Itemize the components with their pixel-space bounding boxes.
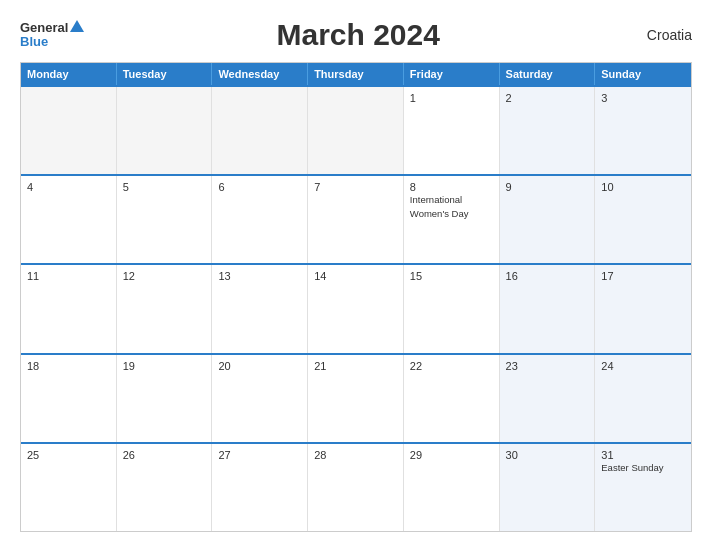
table-row: 20 (212, 355, 308, 442)
logo-blue-text: Blue (20, 35, 84, 49)
table-row: 5 (117, 176, 213, 263)
week-2: 4 5 6 7 8 International Women's Day 9 (21, 174, 691, 263)
table-row: 31 Easter Sunday (595, 444, 691, 531)
calendar-header: General Blue March 2024 Croatia (20, 18, 692, 52)
header-saturday: Saturday (500, 63, 596, 85)
table-row: 29 (404, 444, 500, 531)
table-row: 27 (212, 444, 308, 531)
table-row: 3 (595, 87, 691, 174)
calendar-days-header: Monday Tuesday Wednesday Thursday Friday… (21, 63, 691, 85)
table-row: 28 (308, 444, 404, 531)
table-row: 30 (500, 444, 596, 531)
header-tuesday: Tuesday (117, 63, 213, 85)
table-row: 10 (595, 176, 691, 263)
logo-triangle-icon (70, 20, 84, 32)
header-friday: Friday (404, 63, 500, 85)
table-row (117, 87, 213, 174)
table-row: 8 International Women's Day (404, 176, 500, 263)
table-row: 1 (404, 87, 500, 174)
calendar: Monday Tuesday Wednesday Thursday Friday… (20, 62, 692, 532)
header-thursday: Thursday (308, 63, 404, 85)
logo-general-text: General (20, 21, 68, 35)
header-wednesday: Wednesday (212, 63, 308, 85)
table-row: 21 (308, 355, 404, 442)
table-row: 2 (500, 87, 596, 174)
table-row: 15 (404, 265, 500, 352)
table-row: 19 (117, 355, 213, 442)
page-title: March 2024 (84, 18, 632, 52)
table-row: 23 (500, 355, 596, 442)
table-row: 24 (595, 355, 691, 442)
table-row: 25 (21, 444, 117, 531)
table-row: 26 (117, 444, 213, 531)
week-1: 1 2 3 (21, 85, 691, 174)
table-row: 12 (117, 265, 213, 352)
table-row: 18 (21, 355, 117, 442)
table-row (308, 87, 404, 174)
table-row: 13 (212, 265, 308, 352)
table-row (212, 87, 308, 174)
table-row: 4 (21, 176, 117, 263)
logo: General Blue (20, 21, 84, 50)
table-row: 6 (212, 176, 308, 263)
week-5: 25 26 27 28 29 30 31 E (21, 442, 691, 531)
table-row: 16 (500, 265, 596, 352)
table-row: 17 (595, 265, 691, 352)
week-3: 11 12 13 14 15 16 17 (21, 263, 691, 352)
table-row: 11 (21, 265, 117, 352)
table-row: 7 (308, 176, 404, 263)
table-row: 9 (500, 176, 596, 263)
table-row: 14 (308, 265, 404, 352)
calendar-body: 1 2 3 4 5 6 (21, 85, 691, 531)
country-label: Croatia (632, 27, 692, 43)
header-monday: Monday (21, 63, 117, 85)
table-row: 22 (404, 355, 500, 442)
week-4: 18 19 20 21 22 23 24 (21, 353, 691, 442)
table-row (21, 87, 117, 174)
header-sunday: Sunday (595, 63, 691, 85)
